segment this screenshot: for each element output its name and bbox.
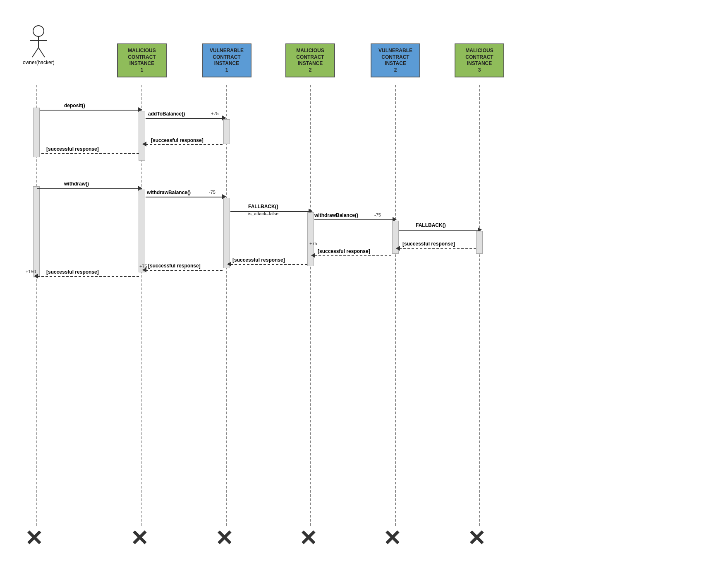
success-m2-v1-label: [successful response] bbox=[232, 257, 285, 263]
success2-arrow-line bbox=[37, 153, 139, 154]
vulnerable-contract-2: VULNERABLE CONTRACT INSTACE 2 bbox=[371, 43, 420, 77]
withdrawbalance-arrow-line bbox=[146, 197, 224, 197]
success-m3-v2-line bbox=[399, 248, 478, 249]
lifeline-vulnerable1 bbox=[226, 85, 227, 526]
x-vulnerable1: ✕ bbox=[215, 526, 233, 551]
lifeline-malicious3 bbox=[479, 85, 480, 526]
addtobalance-arrow-line bbox=[146, 118, 224, 119]
addtobalance-val: +75 bbox=[211, 111, 219, 116]
vulnerable-contract-1: VULNERABLE CONTRACT INSTANCE 1 bbox=[202, 43, 251, 77]
malicious-contract-1: MALICIOUS CONTRACT INSTANCE 1 bbox=[117, 43, 167, 77]
malicious-contract-2: MALICIOUS CONTRACT INSTANCE 2 bbox=[285, 43, 335, 77]
activation-vulnerable1-withdraw bbox=[223, 198, 230, 268]
malicious-contract-3: MALICIOUS CONTRACT INSTANCE 3 bbox=[455, 43, 504, 77]
success1-arrowhead bbox=[142, 142, 146, 147]
activation-malicious1-withdraw bbox=[139, 190, 145, 272]
fallback2-label: FALLBACK() bbox=[416, 222, 446, 228]
x-vulnerable2: ✕ bbox=[383, 526, 401, 551]
deposit-arrow-line bbox=[37, 110, 141, 111]
x-malicious1: ✕ bbox=[130, 526, 148, 551]
success-v2-m2-arrowhead bbox=[311, 253, 315, 258]
svg-line-3 bbox=[32, 48, 38, 57]
success1-label: [successful response] bbox=[151, 137, 204, 143]
fallback2-arrow-line bbox=[399, 230, 480, 231]
fallback1-label: FALLBACK() bbox=[248, 204, 278, 209]
success-v1-m1-label: [successful response] bbox=[148, 263, 201, 269]
withdrawbalance2-arrow-line bbox=[314, 219, 395, 220]
svg-line-4 bbox=[38, 48, 45, 57]
x-owner: ✕ bbox=[25, 526, 43, 551]
is-attack-label: is_attack=false; bbox=[248, 211, 280, 216]
addtobalance-label: addToBalance() bbox=[148, 111, 185, 117]
withdrawbalance-label: withdrawBalance() bbox=[147, 190, 191, 195]
activation-owner-deposit bbox=[33, 108, 40, 157]
activation-vulnerable1-add bbox=[223, 119, 230, 144]
success-final-arrowhead bbox=[34, 274, 38, 279]
activation-malicious2 bbox=[307, 212, 314, 266]
success1-arrow-line bbox=[146, 144, 224, 145]
success-v1-m1-arrowhead bbox=[142, 267, 146, 272]
withdraw-label: withdraw() bbox=[64, 181, 89, 187]
success-final-label: [successful response] bbox=[46, 269, 99, 275]
deposit-label: deposit() bbox=[64, 103, 85, 108]
withdrawbalance-val: -75 bbox=[209, 190, 216, 195]
success-m3-v2-label: [successful response] bbox=[402, 241, 455, 247]
withdraw-arrow-line bbox=[37, 188, 141, 189]
svg-point-0 bbox=[33, 26, 44, 36]
success-v1-m1-line bbox=[146, 270, 224, 271]
owner-label: owner(hacker) bbox=[23, 60, 55, 65]
success-m2-v1-arrowhead bbox=[227, 262, 231, 267]
withdrawbalance2-val: -75 bbox=[374, 212, 381, 217]
success-m3-v2-arrowhead bbox=[396, 246, 400, 251]
activation-malicious1-deposit bbox=[139, 111, 145, 161]
actor-owner: owner(hacker) bbox=[23, 25, 55, 65]
success-m2-v1-line bbox=[230, 264, 309, 265]
lifeline-malicious2 bbox=[310, 85, 311, 526]
success-v2-m2-label: [successful response] bbox=[318, 248, 370, 254]
withdrawbalance2-label: withdrawBalance() bbox=[314, 212, 358, 218]
activation-malicious3 bbox=[476, 231, 483, 254]
x-malicious2: ✕ bbox=[299, 526, 317, 551]
x-malicious3: ✕ bbox=[467, 526, 486, 551]
success2-label: [successful response] bbox=[46, 146, 99, 152]
lifeline-vulnerable2 bbox=[395, 85, 396, 526]
val-plus75-v2: +75 bbox=[309, 241, 317, 246]
success-final-line bbox=[37, 276, 139, 277]
success-v2-m2-line bbox=[314, 255, 393, 256]
activation-owner-withdraw bbox=[33, 186, 40, 277]
